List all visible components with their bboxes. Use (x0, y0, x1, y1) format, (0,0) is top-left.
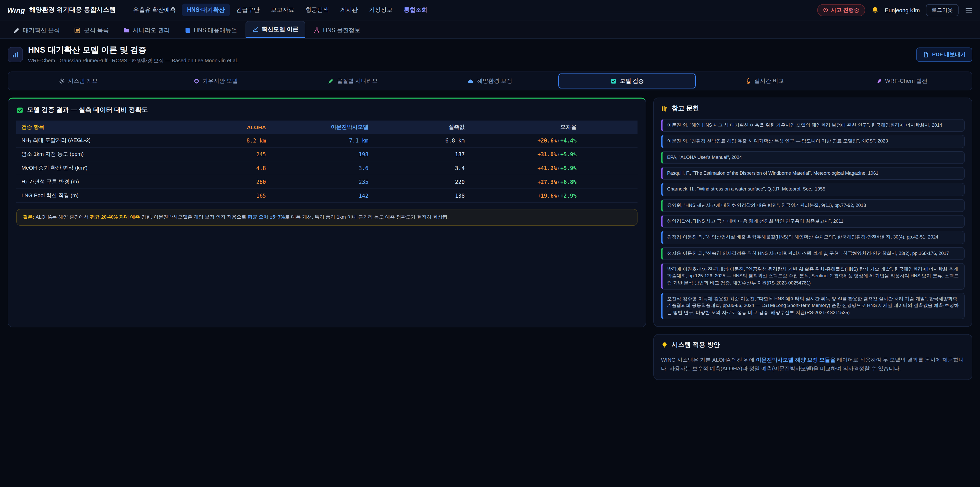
section-tab-5[interactable]: 실시간 비교 (696, 73, 833, 88)
user-name: Eunjeong Kim (885, 7, 920, 13)
subnav-item-label: 분석 목록 (84, 27, 109, 34)
aloha-value: 245 (190, 147, 271, 161)
error-separator: / (557, 193, 560, 199)
lee-model-value: 142 (271, 189, 374, 203)
measured-value-text: 220 (455, 179, 465, 185)
section-tab-0[interactable]: 시스템 개요 (10, 73, 147, 88)
section-tab-label: WRF-Chem 발전 (885, 77, 928, 85)
lee-error: +6.8% (560, 179, 576, 185)
lee-model-value-text: 7.1 km (349, 137, 369, 144)
app-root: Wing 해양환경 위기대응 통합시스템 유출유 확산예측HNS·대기확산긴급구… (0, 0, 980, 487)
application-panel-title: 시스템 적용 방안 (661, 341, 965, 349)
error-separator: / (557, 179, 560, 185)
subnav-item-label: 확산모델 이론 (262, 26, 298, 33)
measured-value: 187 (374, 147, 470, 161)
check-icon (16, 107, 24, 113)
page-header: HNS 대기확산 모델 이론 및 검증 WRF-Chem · Gaussian … (0, 39, 980, 69)
aloha-value: 8.2 km (190, 134, 271, 147)
page-subtitle: WRF-Chem · Gaussian Plume/Puff · ROMS · … (28, 57, 238, 64)
error-separator: / (557, 137, 560, 144)
nav-item-4[interactable]: 항공탐색 (301, 3, 334, 16)
nav-item-0[interactable]: 유출유 확산예측 (128, 3, 181, 16)
nav-item-5[interactable]: 게시판 (335, 3, 363, 16)
reference-item-0: 이문진 외, "해양 HNS 사고 시 대기확산 예측을 위한 가우시안 모델의… (661, 119, 965, 132)
incident-status-label: 사고 진행중 (831, 6, 859, 14)
table-header-0: 검증 항목 (16, 121, 190, 134)
lee-model-value: 198 (271, 147, 374, 161)
aloha-value: 165 (190, 189, 271, 203)
nav-item-7[interactable]: 통합조회 (399, 3, 432, 16)
cell-item: LNG Pool 확산 직경 (m) (16, 189, 190, 203)
lee-error: +2.9% (560, 193, 576, 199)
document-icon (923, 51, 929, 58)
table-row: NH₃ 최대 도달거리 (AEGL-2)8.2 km7.1 km6.8 km+2… (16, 134, 638, 147)
hamburger-menu-icon[interactable] (965, 6, 973, 14)
lee-model-value: 235 (271, 175, 374, 189)
nav-item-1[interactable]: HNS·대기확산 (182, 3, 230, 16)
nav-item-2[interactable]: 긴급구난 (231, 3, 265, 16)
section-tab-1[interactable]: 가우시안 모델 (147, 73, 284, 88)
section-tab-3[interactable]: 해양환경 보정 (422, 73, 558, 88)
text-segment: ALOHA는 해양 환경에서 (34, 214, 90, 220)
main-menu: 유출유 확산예측HNS·대기확산긴급구난보고자료항공탐색게시판기상정보통합조회 (128, 3, 818, 16)
lee-model-value-text: 235 (359, 179, 369, 185)
measured-value-text: 3.4 (455, 165, 465, 171)
aloha-value-text: 4.8 (256, 165, 266, 171)
subnav-item-0[interactable]: 대기확산 분석 (7, 22, 66, 38)
table-header-4: 오차율 (470, 121, 582, 134)
app-logo: Wing (7, 6, 25, 14)
nav-item-6[interactable]: 기상정보 (364, 3, 398, 16)
brand[interactable]: Wing 해양환경 위기대응 통합시스템 (7, 6, 116, 14)
error-rate-cell: +41.2%/+5.9% (470, 161, 582, 175)
book-icon (184, 27, 191, 34)
measured-value-text: 6.8 km (445, 137, 465, 144)
section-tab-4[interactable]: 모델 검증 (558, 73, 696, 88)
books-icon (661, 105, 668, 112)
reference-item-1: 이문진 외, "친환경 선박연료 해양 유출 시 대기확산 특성 연구 — 암모… (661, 135, 965, 148)
flask-icon (313, 27, 320, 34)
measured-value: 220 (374, 175, 470, 189)
aloha-error: +19.6% (538, 193, 557, 199)
pdf-export-button[interactable]: PDF 내보내기 (916, 48, 972, 62)
section-tab-label: 물질별 시나리오 (337, 77, 378, 85)
section-tab-2[interactable]: 물질별 시나리오 (284, 73, 422, 88)
subnav-item-4[interactable]: 확산모델 이론 (245, 21, 305, 38)
text-segment: 이문진박사모델 해양 보정 모듈을 (756, 356, 835, 362)
subnav-item-1[interactable]: 분석 목록 (68, 22, 115, 38)
reference-item-3: Pasquill, F., "The Estimation of the Dis… (661, 167, 965, 180)
cell-spacer (582, 134, 638, 147)
reference-item-8: 정자용·이문진 외, "신속한 의사결정을 위한 HNS 사고이력관리시스템 설… (661, 247, 965, 260)
right-column: 참고 문헌 이문진 외, "해양 HNS 사고 시 대기확산 예측을 위한 가우… (653, 97, 972, 380)
alert-icon (823, 7, 829, 13)
lee-error: +4.4% (560, 137, 576, 144)
ring-icon (193, 78, 200, 84)
nav-item-3[interactable]: 보고자료 (266, 3, 299, 16)
section-tab-6[interactable]: WRF-Chem 발전 (833, 73, 970, 88)
text-segment: 평균 20-40% 과대 예측 (90, 214, 140, 220)
subnav-item-2[interactable]: 시나리오 관리 (117, 22, 176, 38)
table-row: H₂ 가연성 구름 반경 (m)280235220+27.3%/+6.8% (16, 175, 638, 189)
aloha-value-text: 280 (256, 179, 266, 185)
pencil-icon (328, 78, 334, 84)
error-rate-cell: +31.0%/+5.9% (470, 147, 582, 161)
notification-bell-icon[interactable] (871, 6, 879, 14)
lee-model-value-text: 198 (359, 151, 369, 157)
table-row: LNG Pool 확산 직경 (m)165142138+19.6%/+2.9% (16, 189, 638, 203)
subnav-item-5[interactable]: HNS 물질정보 (307, 22, 367, 38)
sub-navbar: 대기확산 분석분석 목록시나리오 관리HNS 대응매뉴얼확산모델 이론HNS 물… (0, 21, 980, 39)
text-segment: 로 대폭 개선. 특히 풍하 1km 이내 근거리 농도 예측 정확도가 현저히… (285, 214, 449, 220)
pencil-icon (13, 27, 20, 34)
table-header-1: ALOHA (190, 121, 271, 134)
section-tab-label: 가우시안 모델 (203, 77, 238, 85)
rocket-icon (876, 78, 882, 84)
table-header-row: 검증 항목ALOHA이문진박사모델실측값오차율 (16, 121, 638, 134)
validation-panel-title: 모델 검증 결과 — 실측 데이터 대비 정확도 (16, 106, 638, 114)
measured-value-text: 187 (455, 151, 465, 157)
cell-spacer (582, 189, 638, 203)
subnav-item-3[interactable]: HNS 대응매뉴얼 (178, 22, 243, 38)
validation-title-text: 모델 검증 결과 — 실측 데이터 대비 정확도 (27, 106, 148, 114)
references-list: 이문진 외, "해양 HNS 사고 시 대기확산 예측을 위한 가우시안 모델의… (661, 119, 965, 319)
logout-button[interactable]: 로그아웃 (926, 4, 959, 16)
validation-panel: 모델 검증 결과 — 실측 데이터 대비 정확도 검증 항목ALOHA이문진박사… (8, 97, 646, 327)
page-title: HNS 대기확산 모델 이론 및 검증 (28, 45, 238, 56)
